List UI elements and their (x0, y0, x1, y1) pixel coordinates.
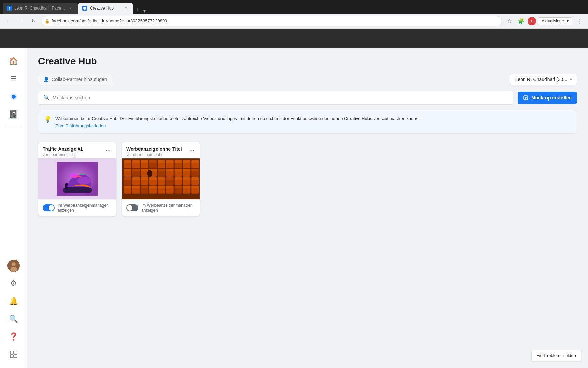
svg-rect-48 (166, 169, 174, 171)
svg-rect-86 (183, 185, 190, 188)
create-btn-label: Mock-up erstellen (531, 95, 572, 101)
collab-label: Collab-Partner hinzufügen (52, 77, 107, 82)
ad-card-1-footer: Im Werbeanzeigenmanager anzeigen (38, 199, 116, 216)
sidebar-item-help[interactable]: ❓ (5, 328, 22, 345)
sidebar-item-notifications[interactable]: 🔔 (5, 293, 22, 309)
svg-rect-47 (158, 169, 165, 171)
browser-tabs: f Leon R. Chaudhari | Facebook × Creativ… (3, 0, 146, 14)
svg-rect-80 (132, 185, 140, 188)
svg-rect-79 (124, 185, 131, 188)
svg-rect-85 (175, 185, 182, 188)
svg-point-1 (12, 95, 16, 99)
back-button[interactable]: ← (4, 16, 14, 26)
sidebar-item-creative-hub[interactable] (5, 89, 22, 105)
tabs-dropdown[interactable]: ▾ (143, 8, 146, 14)
svg-rect-49 (175, 169, 182, 171)
sidebar-item-search[interactable]: 🔍 (5, 311, 22, 327)
theater-seats-svg (122, 158, 200, 199)
tab-facebook[interactable]: f Leon R. Chaudhari | Facebook × (3, 3, 78, 14)
forward-button[interactable]: → (16, 16, 26, 26)
tab-creative-hub-close[interactable]: × (123, 5, 129, 11)
svg-rect-83 (158, 185, 165, 188)
svg-rect-8 (14, 355, 17, 358)
search-icon: 🔍 (43, 94, 50, 101)
svg-rect-28 (149, 160, 157, 163)
ad-card-1-date: vor über einem Jahr (43, 152, 83, 157)
svg-rect-84 (166, 185, 174, 188)
browser-toolbar: ← → ↻ 🔒 facebook.com/ads/adbuilder/home?… (0, 14, 588, 29)
tab-facebook-close[interactable]: × (68, 5, 74, 11)
svg-rect-30 (166, 160, 174, 163)
svg-rect-67 (175, 177, 182, 180)
aktualisieren-button[interactable]: Aktualisieren ▾ (538, 17, 572, 25)
ad-card-1-toggle-label: Im Werbeanzeigenmanager anzeigen (58, 203, 112, 213)
account-selector[interactable]: Leon R. Chaudhari (30... ▾ (510, 74, 577, 85)
sidebar-item-profile[interactable] (5, 258, 22, 274)
ad-card-2-menu-button[interactable]: ··· (188, 146, 196, 154)
info-link[interactable]: Zum Einführungsleitfaden (55, 123, 421, 128)
sidebar-item-home[interactable]: 🏠 (5, 53, 22, 70)
sidebar-item-settings[interactable]: ⚙ (5, 275, 22, 292)
info-content: Willkommen beim Creative Hub! Der Einfüh… (55, 115, 421, 128)
sidebar-nav-bottom: ⚙ 🔔 🔍 ❓ (5, 258, 22, 363)
ad-card-1-menu-button[interactable]: ··· (104, 146, 112, 154)
ad-card-1-image (38, 158, 116, 199)
svg-rect-31 (175, 160, 182, 163)
svg-rect-81 (141, 185, 148, 188)
search-input[interactable] (53, 95, 508, 101)
svg-point-4 (10, 267, 17, 272)
svg-rect-87 (191, 185, 199, 188)
creative-hub-icon (10, 93, 18, 101)
page-wrapper: 🏠 ☰ 📓 ⚙ 🔔 (0, 48, 588, 368)
ad-card-1-toggle[interactable] (43, 204, 55, 211)
toolbar-actions: ☆ 🧩 L Aktualisieren ▾ ⋮ (505, 16, 584, 26)
svg-rect-32 (183, 160, 190, 163)
browser-titlebar: f Leon R. Chaudhari | Facebook × Creativ… (0, 0, 588, 14)
svg-point-88 (147, 170, 152, 177)
ad-card-2-footer: Im Werbeanzeigenmanager anzeigen (122, 199, 200, 216)
sidebar-item-notebook[interactable]: 📓 (5, 106, 22, 123)
url-text: facebook.com/ads/adbuilder/home?act=3032… (52, 18, 498, 24)
cards-grid: Traffic Anzeige #1 vor über einem Jahr ·… (38, 142, 577, 216)
svg-rect-26 (132, 160, 140, 163)
address-bar[interactable]: 🔒 facebook.com/ads/adbuilder/home?act=30… (41, 16, 502, 26)
main-content: Creative Hub 👤 Collab-Partner hinzufügen… (27, 48, 588, 368)
ad-card-2-image (122, 158, 200, 199)
menu-dots-button[interactable]: ⋮ (574, 16, 584, 26)
collab-partner-button[interactable]: 👤 Collab-Partner hinzufügen (38, 74, 112, 85)
account-dropdown-arrow: ▾ (570, 77, 572, 82)
svg-rect-50 (183, 169, 190, 171)
svg-rect-5 (10, 351, 13, 354)
ad-card-2: Werbeanzeige ohne Titel vor über einem J… (122, 142, 200, 216)
reload-button[interactable]: ↻ (29, 16, 38, 26)
create-mockup-button[interactable]: Mock-up erstellen (518, 92, 577, 104)
svg-rect-29 (158, 160, 165, 163)
bookmark-star-button[interactable]: ☆ (505, 16, 514, 26)
svg-rect-82 (149, 185, 157, 188)
extensions-button[interactable]: 🧩 (516, 16, 526, 26)
tab-facebook-title: Leon R. Chaudhari | Facebook (14, 6, 65, 11)
report-problem-button[interactable]: Ein Problem melden (531, 350, 581, 361)
browser-profile-icon[interactable]: L (528, 17, 536, 25)
tab-creative-hub-title: Creative Hub (90, 6, 120, 11)
new-tab-button[interactable]: + (133, 6, 143, 14)
svg-rect-6 (14, 351, 17, 354)
svg-rect-45 (141, 169, 148, 171)
ad-card-2-toggle[interactable] (126, 204, 138, 211)
ad-card-2-date: vor über einem Jahr (126, 152, 182, 157)
tab-creative-hub[interactable]: Creative Hub × (78, 3, 133, 14)
content-toolbar: 👤 Collab-Partner hinzufügen Leon R. Chau… (38, 74, 577, 85)
svg-rect-33 (191, 160, 199, 163)
sidebar-item-dashboard[interactable] (5, 346, 22, 363)
sidebar-item-menu[interactable]: ☰ (5, 71, 22, 87)
info-text: Willkommen beim Creative Hub! Der Einfüh… (55, 116, 421, 121)
facebook-favicon: f (7, 6, 12, 11)
info-banner: 💡 Willkommen beim Creative Hub! Der Einf… (38, 110, 577, 134)
create-icon (523, 95, 528, 101)
svg-rect-66 (166, 177, 174, 180)
svg-rect-51 (191, 169, 199, 171)
search-bar: 🔍 (38, 91, 513, 105)
svg-rect-7 (10, 355, 13, 358)
ad-card-2-header: Werbeanzeige ohne Titel vor über einem J… (122, 142, 200, 158)
aktualisieren-dropdown: ▾ (567, 19, 569, 24)
